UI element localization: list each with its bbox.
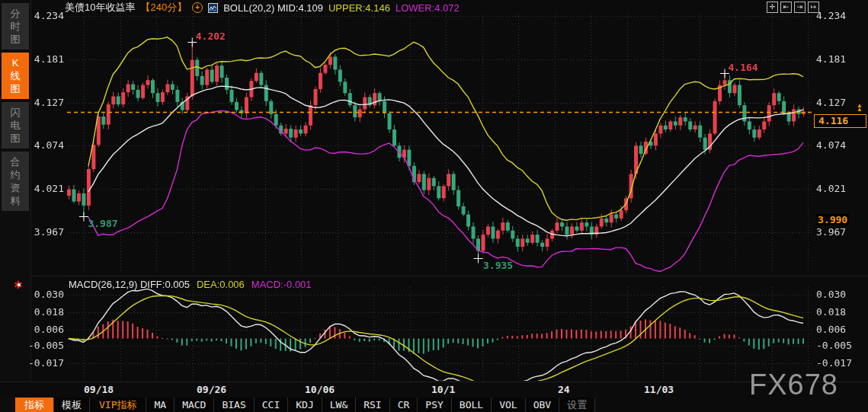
date-label: 09/26 — [197, 384, 226, 395]
toolbar-item-KDJ[interactable]: KDJ — [288, 398, 322, 412]
settle-price-marker: 3.990 — [816, 214, 849, 225]
macd-axis-label-left: -0.017 — [0, 357, 64, 369]
crosshair-icon[interactable]: ✛ — [767, 2, 778, 13]
toolbar-item-VIP指标[interactable]: VIP指标 — [90, 398, 146, 412]
price-axis-label-left: 4.021 — [0, 183, 64, 194]
pan-latest-icon[interactable]: ↦ — [808, 2, 819, 13]
price-axis-label-left: 3.967 — [0, 226, 64, 238]
scale-right-icon[interactable]: ⇥ — [794, 2, 806, 13]
toolbar-item-OBV[interactable]: OBV — [526, 398, 559, 412]
macd-axis-label-right: 0.006 — [816, 324, 846, 335]
toolbar-item-RSI[interactable]: RSI — [356, 398, 389, 412]
price-axis-label-left: 4.181 — [0, 53, 64, 65]
date-label: 24 — [558, 384, 570, 395]
high-annotation: 4.202 — [196, 30, 226, 42]
indicator-burst-icon[interactable]: ✱ — [14, 279, 23, 291]
trading-app-window: 分时图K线图闪电图合约资料 美债10年收益率 【240分】 + BOLL(20,… — [0, 0, 868, 412]
recent-high-annotation: 4.164 — [729, 62, 758, 73]
add-indicator-icon[interactable]: + — [192, 2, 203, 13]
toolbar-item-PSY[interactable]: PSY — [418, 398, 451, 412]
scale-left-icon[interactable]: ⇤ — [780, 2, 792, 13]
macd-axis-label-right: 0.018 — [816, 306, 846, 318]
sidebar-item-contract-info[interactable]: 合约资料 — [2, 152, 29, 211]
date-label: 11/03 — [644, 384, 674, 395]
price-axis-label-right: 3.967 — [816, 226, 846, 238]
instrument-title: 美债10年收益率 — [65, 1, 135, 14]
boll-upper-readout: UPPER:4.146 — [328, 2, 390, 14]
price-axis-label-left: 4.127 — [0, 97, 64, 108]
macd-axis-label-left: 0.030 — [0, 289, 64, 300]
price-axis-label-left: 4.234 — [0, 10, 64, 21]
price-up-arrow-icon: ▲ — [857, 106, 863, 113]
macd-bar-readout: MACD:-0.001 — [251, 279, 312, 290]
boll-mid-readout: BOLL(20,2) MID:4.109 — [223, 2, 323, 14]
date-label: 10/1 — [431, 384, 455, 395]
toolbar-item-设置[interactable]: 设置 — [559, 398, 595, 412]
macd-axis-label-left: 0.018 — [0, 306, 64, 318]
toolbar-item-VOL[interactable]: VOL — [492, 398, 525, 412]
mini-chart-icon — [208, 3, 218, 13]
toolbar-item-BIAS[interactable]: BIAS — [214, 398, 254, 412]
macd-diff-readout: MACD(26,12,9) DIFF:0.005 — [69, 279, 190, 290]
toolbar-item-MACD[interactable]: MACD — [175, 398, 214, 412]
macd-axis-label-right: -0.017 — [816, 357, 852, 369]
macd-axis-label-left: -0.005 — [0, 340, 64, 351]
toolbar-item-CCI[interactable]: CCI — [255, 398, 288, 412]
last-price-marker: 4.116 — [814, 114, 866, 128]
toolbar-item-MA[interactable]: MA — [146, 398, 175, 412]
macd-axis-label-right: -0.005 — [816, 340, 852, 351]
macd-header: MACD(26,12,9) DIFF:0.005 DEA:0.006 MACD:… — [69, 279, 312, 290]
toolbar-item-LW&[interactable]: LW& — [322, 398, 356, 412]
lowest-annotation: 3.935 — [483, 260, 513, 271]
date-label: 10/06 — [305, 384, 335, 395]
toolbar-item-模板[interactable]: 模板 — [54, 398, 90, 412]
price-axis-label-left: 4.074 — [0, 139, 64, 151]
toolbar-item-指标[interactable]: 指标 — [15, 398, 54, 412]
toolbar-item-CR[interactable]: CR — [390, 398, 418, 412]
toolbar-item-BOLL[interactable]: BOLL — [452, 398, 492, 412]
price-axis-label-right: 4.074 — [816, 139, 846, 151]
chart-header: 美债10年收益率 【240分】 + BOLL(20,2) MID:4.109 U… — [65, 2, 460, 14]
price-axis-label-right: 4.181 — [816, 53, 846, 65]
low-annotation: 3.987 — [88, 218, 117, 229]
date-label: 09/18 — [84, 384, 114, 395]
price-axis-label-right: 4.127 — [816, 97, 846, 108]
price-axis-label-right: 4.234 — [816, 10, 846, 21]
boll-lower-readout: LOWER:4.072 — [396, 2, 460, 14]
price-axis-label-right: 4.021 — [816, 183, 846, 194]
period-tag[interactable]: 【240分】 — [140, 1, 187, 14]
chart-tool-icons: ✛⇤⇥↦ — [767, 2, 819, 13]
macd-dea-readout: DEA:0.006 — [197, 279, 245, 290]
macd-axis-label-right: 0.030 — [816, 289, 846, 300]
indicator-toolbar: 指标模板VIP指标MAMACDBIASCCIKDJLW&RSICRPSYBOLL… — [15, 398, 595, 412]
macd-axis-label-left: 0.006 — [0, 324, 64, 335]
